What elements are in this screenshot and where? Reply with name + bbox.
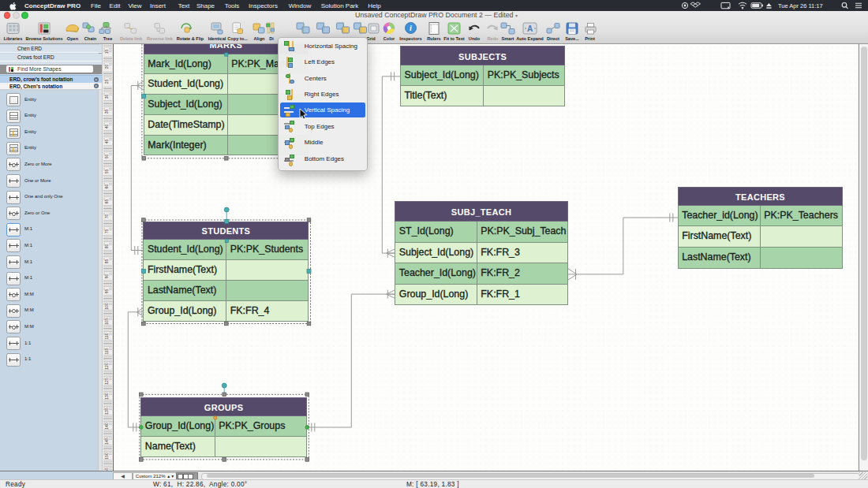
svg-text:Tue Apr 26 11:17: Tue Apr 26 11:17 <box>778 2 823 9</box>
svg-text:i: i <box>410 24 412 32</box>
svg-text:A: A <box>527 24 533 32</box>
